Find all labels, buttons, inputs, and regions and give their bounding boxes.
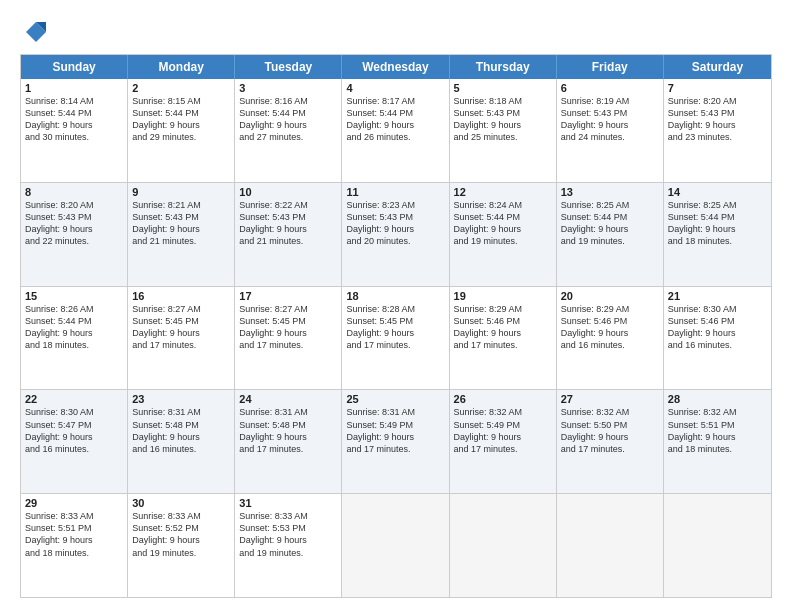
day-cell-19: 19Sunrise: 8:29 AM Sunset: 5:46 PM Dayli… xyxy=(450,287,557,390)
day-cell-25: 25Sunrise: 8:31 AM Sunset: 5:49 PM Dayli… xyxy=(342,390,449,493)
day-number: 5 xyxy=(454,82,552,94)
day-info: Sunrise: 8:26 AM Sunset: 5:44 PM Dayligh… xyxy=(25,303,123,352)
day-info: Sunrise: 8:29 AM Sunset: 5:46 PM Dayligh… xyxy=(561,303,659,352)
day-cell-7: 7Sunrise: 8:20 AM Sunset: 5:43 PM Daylig… xyxy=(664,79,771,182)
day-number: 28 xyxy=(668,393,767,405)
header-day-sunday: Sunday xyxy=(21,55,128,79)
day-number: 16 xyxy=(132,290,230,302)
day-cell-21: 21Sunrise: 8:30 AM Sunset: 5:46 PM Dayli… xyxy=(664,287,771,390)
day-number: 4 xyxy=(346,82,444,94)
day-number: 24 xyxy=(239,393,337,405)
day-info: Sunrise: 8:33 AM Sunset: 5:52 PM Dayligh… xyxy=(132,510,230,559)
day-info: Sunrise: 8:32 AM Sunset: 5:49 PM Dayligh… xyxy=(454,406,552,455)
day-number: 15 xyxy=(25,290,123,302)
header-day-thursday: Thursday xyxy=(450,55,557,79)
header-day-saturday: Saturday xyxy=(664,55,771,79)
day-cell-31: 31Sunrise: 8:33 AM Sunset: 5:53 PM Dayli… xyxy=(235,494,342,597)
day-cell-23: 23Sunrise: 8:31 AM Sunset: 5:48 PM Dayli… xyxy=(128,390,235,493)
day-cell-24: 24Sunrise: 8:31 AM Sunset: 5:48 PM Dayli… xyxy=(235,390,342,493)
calendar-body: 1Sunrise: 8:14 AM Sunset: 5:44 PM Daylig… xyxy=(21,79,771,597)
day-cell-22: 22Sunrise: 8:30 AM Sunset: 5:47 PM Dayli… xyxy=(21,390,128,493)
day-cell-27: 27Sunrise: 8:32 AM Sunset: 5:50 PM Dayli… xyxy=(557,390,664,493)
day-info: Sunrise: 8:29 AM Sunset: 5:46 PM Dayligh… xyxy=(454,303,552,352)
empty-cell xyxy=(342,494,449,597)
day-info: Sunrise: 8:20 AM Sunset: 5:43 PM Dayligh… xyxy=(25,199,123,248)
calendar-week-2: 8Sunrise: 8:20 AM Sunset: 5:43 PM Daylig… xyxy=(21,183,771,287)
day-number: 10 xyxy=(239,186,337,198)
day-info: Sunrise: 8:16 AM Sunset: 5:44 PM Dayligh… xyxy=(239,95,337,144)
day-cell-8: 8Sunrise: 8:20 AM Sunset: 5:43 PM Daylig… xyxy=(21,183,128,286)
calendar-header-row: SundayMondayTuesdayWednesdayThursdayFrid… xyxy=(21,55,771,79)
day-number: 2 xyxy=(132,82,230,94)
day-cell-26: 26Sunrise: 8:32 AM Sunset: 5:49 PM Dayli… xyxy=(450,390,557,493)
day-cell-13: 13Sunrise: 8:25 AM Sunset: 5:44 PM Dayli… xyxy=(557,183,664,286)
day-info: Sunrise: 8:32 AM Sunset: 5:51 PM Dayligh… xyxy=(668,406,767,455)
logo-icon xyxy=(20,18,48,46)
day-cell-4: 4Sunrise: 8:17 AM Sunset: 5:44 PM Daylig… xyxy=(342,79,449,182)
day-info: Sunrise: 8:31 AM Sunset: 5:49 PM Dayligh… xyxy=(346,406,444,455)
day-info: Sunrise: 8:18 AM Sunset: 5:43 PM Dayligh… xyxy=(454,95,552,144)
day-number: 13 xyxy=(561,186,659,198)
day-info: Sunrise: 8:15 AM Sunset: 5:44 PM Dayligh… xyxy=(132,95,230,144)
day-info: Sunrise: 8:23 AM Sunset: 5:43 PM Dayligh… xyxy=(346,199,444,248)
day-number: 20 xyxy=(561,290,659,302)
day-info: Sunrise: 8:25 AM Sunset: 5:44 PM Dayligh… xyxy=(668,199,767,248)
day-info: Sunrise: 8:33 AM Sunset: 5:53 PM Dayligh… xyxy=(239,510,337,559)
day-info: Sunrise: 8:25 AM Sunset: 5:44 PM Dayligh… xyxy=(561,199,659,248)
day-number: 22 xyxy=(25,393,123,405)
day-cell-11: 11Sunrise: 8:23 AM Sunset: 5:43 PM Dayli… xyxy=(342,183,449,286)
day-number: 30 xyxy=(132,497,230,509)
day-number: 9 xyxy=(132,186,230,198)
day-number: 31 xyxy=(239,497,337,509)
empty-cell xyxy=(557,494,664,597)
logo xyxy=(20,18,52,46)
day-info: Sunrise: 8:32 AM Sunset: 5:50 PM Dayligh… xyxy=(561,406,659,455)
day-info: Sunrise: 8:27 AM Sunset: 5:45 PM Dayligh… xyxy=(239,303,337,352)
header xyxy=(20,18,772,46)
day-info: Sunrise: 8:17 AM Sunset: 5:44 PM Dayligh… xyxy=(346,95,444,144)
day-number: 1 xyxy=(25,82,123,94)
day-number: 26 xyxy=(454,393,552,405)
day-number: 8 xyxy=(25,186,123,198)
day-number: 3 xyxy=(239,82,337,94)
day-cell-14: 14Sunrise: 8:25 AM Sunset: 5:44 PM Dayli… xyxy=(664,183,771,286)
day-number: 18 xyxy=(346,290,444,302)
calendar-week-1: 1Sunrise: 8:14 AM Sunset: 5:44 PM Daylig… xyxy=(21,79,771,183)
day-cell-2: 2Sunrise: 8:15 AM Sunset: 5:44 PM Daylig… xyxy=(128,79,235,182)
calendar: SundayMondayTuesdayWednesdayThursdayFrid… xyxy=(20,54,772,598)
day-info: Sunrise: 8:19 AM Sunset: 5:43 PM Dayligh… xyxy=(561,95,659,144)
calendar-week-5: 29Sunrise: 8:33 AM Sunset: 5:51 PM Dayli… xyxy=(21,494,771,597)
day-cell-1: 1Sunrise: 8:14 AM Sunset: 5:44 PM Daylig… xyxy=(21,79,128,182)
day-number: 17 xyxy=(239,290,337,302)
empty-cell xyxy=(450,494,557,597)
day-number: 6 xyxy=(561,82,659,94)
day-cell-12: 12Sunrise: 8:24 AM Sunset: 5:44 PM Dayli… xyxy=(450,183,557,286)
day-cell-6: 6Sunrise: 8:19 AM Sunset: 5:43 PM Daylig… xyxy=(557,79,664,182)
day-info: Sunrise: 8:31 AM Sunset: 5:48 PM Dayligh… xyxy=(239,406,337,455)
day-cell-30: 30Sunrise: 8:33 AM Sunset: 5:52 PM Dayli… xyxy=(128,494,235,597)
day-cell-3: 3Sunrise: 8:16 AM Sunset: 5:44 PM Daylig… xyxy=(235,79,342,182)
calendar-week-3: 15Sunrise: 8:26 AM Sunset: 5:44 PM Dayli… xyxy=(21,287,771,391)
day-info: Sunrise: 8:30 AM Sunset: 5:46 PM Dayligh… xyxy=(668,303,767,352)
empty-cell xyxy=(664,494,771,597)
day-cell-16: 16Sunrise: 8:27 AM Sunset: 5:45 PM Dayli… xyxy=(128,287,235,390)
day-cell-9: 9Sunrise: 8:21 AM Sunset: 5:43 PM Daylig… xyxy=(128,183,235,286)
day-info: Sunrise: 8:30 AM Sunset: 5:47 PM Dayligh… xyxy=(25,406,123,455)
day-info: Sunrise: 8:33 AM Sunset: 5:51 PM Dayligh… xyxy=(25,510,123,559)
day-number: 21 xyxy=(668,290,767,302)
day-cell-18: 18Sunrise: 8:28 AM Sunset: 5:45 PM Dayli… xyxy=(342,287,449,390)
page: SundayMondayTuesdayWednesdayThursdayFrid… xyxy=(0,0,792,612)
day-number: 23 xyxy=(132,393,230,405)
day-number: 19 xyxy=(454,290,552,302)
day-info: Sunrise: 8:21 AM Sunset: 5:43 PM Dayligh… xyxy=(132,199,230,248)
day-number: 14 xyxy=(668,186,767,198)
day-info: Sunrise: 8:24 AM Sunset: 5:44 PM Dayligh… xyxy=(454,199,552,248)
day-number: 12 xyxy=(454,186,552,198)
day-info: Sunrise: 8:31 AM Sunset: 5:48 PM Dayligh… xyxy=(132,406,230,455)
day-cell-5: 5Sunrise: 8:18 AM Sunset: 5:43 PM Daylig… xyxy=(450,79,557,182)
day-number: 29 xyxy=(25,497,123,509)
day-cell-20: 20Sunrise: 8:29 AM Sunset: 5:46 PM Dayli… xyxy=(557,287,664,390)
day-cell-29: 29Sunrise: 8:33 AM Sunset: 5:51 PM Dayli… xyxy=(21,494,128,597)
day-cell-10: 10Sunrise: 8:22 AM Sunset: 5:43 PM Dayli… xyxy=(235,183,342,286)
day-number: 7 xyxy=(668,82,767,94)
